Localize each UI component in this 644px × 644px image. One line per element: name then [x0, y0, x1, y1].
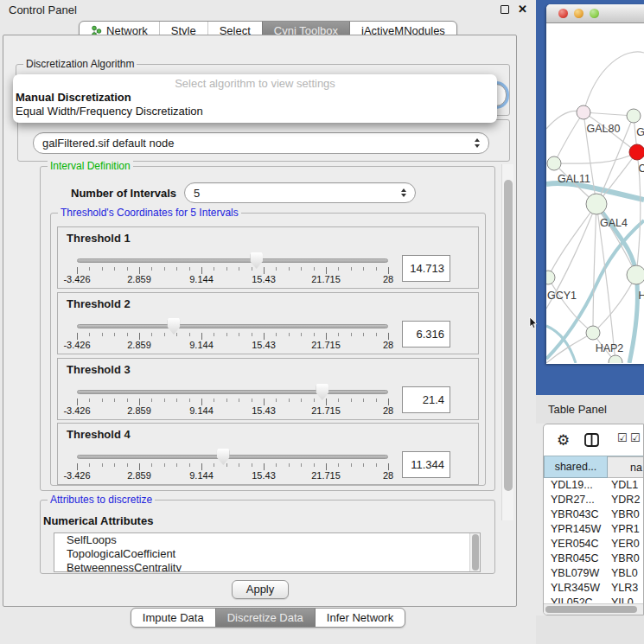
threshold-4-slider[interactable] — [77, 455, 388, 459]
tick-label: -3.426 — [63, 274, 90, 284]
network-node[interactable] — [627, 109, 641, 123]
network-node-label: C — [638, 163, 644, 175]
tick-label: 21.715 — [311, 470, 341, 481]
control-panel-title: Control Panel — [9, 3, 77, 16]
split-columns-icon[interactable] — [584, 433, 599, 450]
tick-label: 2.859 — [127, 405, 151, 416]
table-cell: YDR27... — [544, 493, 608, 507]
network-node[interactable] — [586, 194, 607, 214]
table-row[interactable]: YDR27...YDR2 — [544, 493, 643, 507]
table-data-combobox[interactable]: galFiltered.sif default node — [33, 132, 489, 154]
panel-scrollbar-thumb[interactable] — [504, 180, 513, 491]
tick-label: 2.859 — [127, 340, 151, 350]
tick-label: 15.43 — [252, 340, 276, 350]
network-node[interactable] — [586, 326, 600, 340]
table-panel-header: Table Panel — [536, 395, 644, 424]
network-window-titlebar[interactable] — [546, 4, 644, 23]
table-row[interactable]: YBL079WYBL0 — [544, 566, 643, 581]
select-none-checkbox-icon[interactable]: ☑ — [630, 432, 641, 444]
network-node[interactable] — [546, 271, 555, 284]
table-cell: YDR2 — [608, 493, 643, 507]
threshold-3-value-field[interactable]: 21.4 — [402, 386, 450, 413]
control-panel-titlebar: Control Panel ✕ — [0, 0, 536, 19]
network-node-label: H — [638, 290, 644, 302]
minimize-traffic-light-icon[interactable] — [574, 9, 583, 18]
tick-label: 15.43 — [252, 470, 276, 481]
attributes-group-title: Attributes to discretize — [48, 494, 155, 506]
tab-impute-data[interactable]: Impute Data — [131, 609, 215, 627]
gear-icon[interactable]: ⚙ — [557, 433, 570, 448]
threshold-4-value-field[interactable]: 11.344 — [402, 451, 450, 478]
select-all-checkbox-icon[interactable]: ☑ — [617, 432, 628, 444]
close-traffic-light-icon[interactable] — [558, 9, 568, 18]
table-cell: YLR3 — [608, 581, 643, 596]
threshold-1-panel: Threshold 1 -3.4262.8599.14415.4321.7152… — [57, 226, 479, 289]
threshold-1-slider[interactable] — [77, 258, 388, 263]
list-scrollbar[interactable] — [469, 533, 480, 571]
tick-label: 28 — [383, 274, 393, 284]
table-row[interactable]: YBR043CYBR0 — [544, 507, 643, 522]
threshold-3-panel: Threshold 3 -3.4262.8599.14415.4321.7152… — [57, 358, 479, 420]
tick-label: 9.144 — [189, 405, 214, 416]
discretization-algorithm-group-title: Discretization Algorithm — [23, 58, 137, 70]
combo-stepper-icon — [475, 138, 480, 148]
table-panel-footer — [536, 615, 644, 644]
dropdown-option-equal-width[interactable]: Equal Width/Frequency Discretization — [13, 105, 497, 118]
close-icon[interactable]: ✕ — [518, 5, 527, 14]
apply-button[interactable]: Apply — [232, 580, 289, 599]
dropdown-placeholder-item[interactable]: Select algorithm to view settings — [13, 77, 497, 91]
network-node[interactable] — [629, 144, 644, 160]
network-node-label: GAL80 — [587, 123, 621, 135]
table-row[interactable]: YER054CYER0 — [544, 537, 643, 552]
table-row[interactable]: YBR045CYBR0 — [544, 552, 643, 566]
threshold-1-label: Threshold 1 — [67, 232, 131, 245]
table-cell: YPR145W — [544, 522, 608, 537]
network-graph: GAL80GCGAL11GAL4GCY1HHAP2 — [546, 23, 644, 363]
tick-label: 9.144 — [189, 470, 214, 481]
network-node-label: G — [636, 126, 644, 138]
threshold-3-slider[interactable] — [77, 390, 388, 394]
thresholds-group-title: Threshold's Coordinates for 5 Intervals — [58, 207, 241, 219]
table-panel-title: Table Panel — [548, 403, 607, 416]
tab-infer-network[interactable]: Infer Network — [315, 609, 405, 627]
slider-tick-marks — [77, 463, 388, 470]
horizontal-scrollbar-thumb[interactable] — [545, 606, 637, 613]
combo-stepper-icon — [401, 188, 406, 198]
table-cell: YPR1 — [608, 522, 643, 537]
dropdown-option-manual[interactable]: Manual Discretization — [13, 91, 497, 105]
table-cell: YDL19... — [544, 478, 608, 493]
algorithm-dropdown-popup: Select algorithm to view settings Manual… — [13, 74, 497, 123]
attribute-list-item[interactable]: BetweennessCentrality — [54, 561, 480, 572]
network-canvas[interactable]: GAL80GCGAL11GAL4GCY1HHAP2 — [546, 23, 644, 363]
table-data-value: galFiltered.sif default node — [42, 137, 174, 150]
zoom-traffic-light-icon[interactable] — [590, 9, 599, 18]
panel-scrollbar[interactable] — [501, 164, 513, 520]
column-header-name[interactable]: na — [608, 456, 643, 478]
table-row[interactable]: YPR145WYPR1 — [544, 522, 643, 537]
column-header-shared-name[interactable]: shared... — [544, 456, 608, 478]
numerical-attributes-list[interactable]: SelfLoopsTopologicalCoefficientBetweenne… — [54, 532, 481, 572]
horizontal-scrollbar[interactable] — [544, 603, 643, 615]
tick-label: 2.859 — [127, 470, 151, 481]
threshold-1-value-field[interactable]: 14.713 — [402, 255, 450, 282]
tick-label: 9.144 — [189, 274, 214, 284]
network-node-label: GAL4 — [600, 217, 628, 229]
number-of-intervals-combobox[interactable]: 5 — [184, 182, 416, 203]
table-panel-body: ⚙ ☑ ☑ shared... na YDL19...YDL1YDR27...Y… — [543, 424, 644, 615]
network-node[interactable] — [627, 265, 644, 284]
table-row[interactable]: YLR345WYLR3 — [544, 581, 643, 596]
attribute-list-item[interactable]: TopologicalCoefficient — [54, 547, 480, 561]
threshold-2-slider[interactable] — [77, 324, 388, 328]
interval-definition-title: Interval Definition — [48, 160, 133, 172]
screen: Control Panel ✕ Network Style Select Cyn… — [0, 0, 644, 644]
network-node[interactable] — [547, 156, 561, 170]
table-cell: YLR345W — [544, 581, 608, 596]
threshold-2-value-field[interactable]: 6.316 — [402, 321, 450, 348]
table-cell: YBR0 — [608, 552, 643, 566]
table-row[interactable]: YDL19...YDL1 — [544, 478, 643, 493]
tab-discretize-data[interactable]: Discretize Data — [215, 609, 315, 627]
attribute-list-item[interactable]: SelfLoops — [54, 533, 480, 547]
float-window-icon[interactable] — [501, 5, 509, 14]
network-node[interactable] — [577, 105, 590, 119]
threshold-3-label: Threshold 3 — [67, 363, 131, 376]
